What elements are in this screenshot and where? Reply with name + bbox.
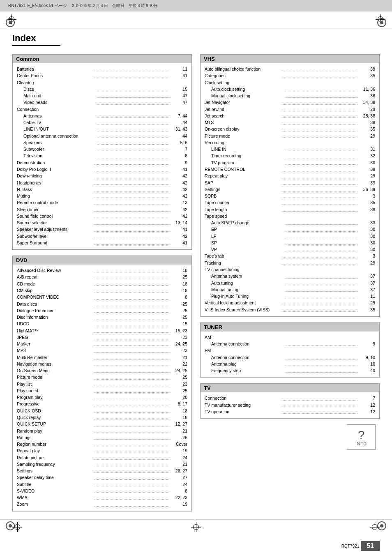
list-item: Categories 35 <box>205 72 375 79</box>
bottom-mid-crosshair <box>191 522 201 532</box>
header-filepath: RNT7921-F_EN.book 51 ページ ２００５年２月４日 金曜日 午… <box>8 3 157 9</box>
section-vhs-header: VHS <box>201 55 379 63</box>
footer: RQT7921 51 <box>341 541 380 551</box>
section-common-header: Common <box>13 55 191 63</box>
list-item: Frequency step 40 <box>205 367 375 374</box>
header-bar: RNT7921-F_EN.book 51 ページ ２００５年２月４日 金曜日 午… <box>0 0 392 12</box>
section-common-content: Batteries 11 Center Focus 41 Cleaning Di… <box>13 63 191 249</box>
page-title: Index <box>12 33 60 46</box>
list-item: Antenna connection 9 <box>205 341 375 347</box>
list-item: VHS Index Search System (VISS) 35 <box>205 306 375 313</box>
left-column: Common Batteries 11 Center Focus 41 Clea… <box>12 54 192 517</box>
section-tv-header: TV <box>201 384 379 392</box>
list-item: Tape length 38 <box>205 206 375 213</box>
section-dvd-header: DVD <box>13 256 191 265</box>
bottom-right-circle <box>377 521 386 530</box>
section-common: Common Batteries 11 Center Focus 41 Clea… <box>12 54 192 250</box>
list-item: Tracking 29 <box>205 260 375 266</box>
bottom-left-circle <box>6 521 15 530</box>
model-number: RQT7921 <box>341 544 359 548</box>
section-vhs-content: Auto bilingual choice function 39 Catego… <box>201 63 379 316</box>
section-tv: TV Connection 7 TV manufacturer setting … <box>200 383 380 419</box>
section-tuner: TUNER AM Antenna connection 9 FM Antenna… <box>200 322 380 378</box>
section-dvd-content: Advanced Disc Review 18 A-B repeat 25 CD… <box>13 265 191 511</box>
section-tuner-content: AM Antenna connection 9 FM Antenna conne… <box>201 332 379 378</box>
section-tv-content: Connection 7 TV manufacturer setting 12 … <box>201 392 379 418</box>
info-label: INFO <box>355 442 367 446</box>
page-number: 51 <box>361 541 380 551</box>
list-item: TV operation 12 <box>205 408 375 415</box>
list-item: Video heads 47 <box>17 99 187 106</box>
content-area: Common Batteries 11 Center Focus 41 Clea… <box>0 50 392 521</box>
top-left-circle <box>6 18 15 27</box>
question-mark-icon: ? <box>358 428 365 442</box>
section-tuner-header: TUNER <box>201 323 379 332</box>
list-item: Picture mode 29 <box>205 133 375 139</box>
info-box: ? INFO <box>347 424 376 450</box>
top-right-circle <box>377 18 386 27</box>
list-item: Center Focus 41 <box>17 72 187 79</box>
page-wrapper: RNT7921-F_EN.book 51 ページ ２００５年２月４日 金曜日 午… <box>0 0 392 555</box>
page-title-area: Index <box>0 27 392 50</box>
list-item: Super Surround 41 <box>17 240 187 246</box>
list-item: Zoom 19 <box>17 501 187 507</box>
section-vhs: VHS Auto bilingual choice function 39 Ca… <box>200 54 380 317</box>
right-column: VHS Auto bilingual choice function 39 Ca… <box>200 54 380 517</box>
section-dvd: DVD Advanced Disc Review 18 A-B repeat 2… <box>12 256 192 511</box>
